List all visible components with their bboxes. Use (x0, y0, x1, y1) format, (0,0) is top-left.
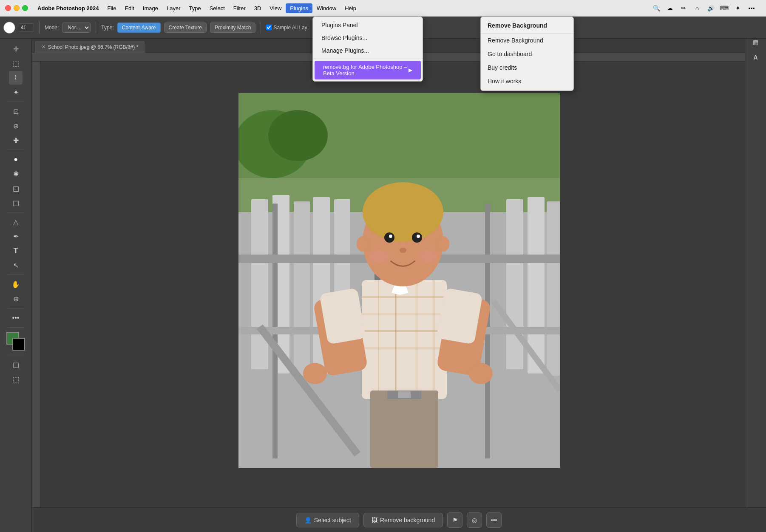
left-toolbar: ✛ ⬚ ⌇ ✦ ⊡ ⊕ ✚ ● ✱ ◱ ◫ △ ✒ T ↖ ✋ ⊕ ••• ◫ … (0, 39, 32, 532)
manage-plugins-item[interactable]: Manage Plugins... (313, 44, 423, 57)
svg-point-46 (469, 363, 493, 384)
svg-point-40 (437, 236, 449, 252)
menu-3d[interactable]: 3D (250, 3, 266, 13)
sample-all-label[interactable]: Sample All Lay (266, 25, 307, 31)
svg-point-33 (412, 232, 422, 243)
text-tool[interactable]: T (9, 244, 23, 258)
lasso-tool[interactable]: ⌇ (9, 71, 23, 85)
submenu-go-dashboard[interactable]: Go to dashboard (481, 47, 573, 61)
remove-bg-label: Remove background (380, 517, 435, 524)
background-color[interactable] (12, 338, 25, 351)
remove-background-btn[interactable]: 🖼 Remove background (363, 513, 443, 527)
brush-tool[interactable]: ● (9, 153, 23, 166)
more-icon: ••• (491, 517, 497, 524)
browse-plugins-item[interactable]: Browse Plugins... (313, 31, 423, 44)
svg-rect-6 (294, 201, 310, 376)
content-aware-btn[interactable]: Content-Aware (117, 23, 161, 33)
menu-view[interactable]: View (265, 3, 286, 13)
svg-point-37 (369, 250, 388, 263)
removebg-submenu: Remove Background Remove Background Go t… (480, 17, 574, 91)
magic-wand-tool[interactable]: ✦ (9, 85, 23, 99)
svg-point-35 (417, 235, 420, 238)
speaker-icon[interactable]: 🔊 (706, 4, 715, 12)
color-swatches (6, 332, 25, 351)
right-panel: ⌂ ▦ A (745, 17, 766, 532)
cloud-icon[interactable]: ☁ (666, 4, 674, 12)
menu-edit[interactable]: Edit (120, 3, 138, 13)
menu-select[interactable]: Select (205, 3, 229, 13)
removebg-item[interactable]: remove.bg for Adobe Photoshop – Beta Ver… (315, 61, 421, 79)
quick-mask-icon[interactable]: ◫ (9, 358, 23, 371)
keyboard-icon[interactable]: ⌨ (720, 4, 729, 12)
menu-filter[interactable]: Filter (229, 3, 250, 13)
path-select-tool[interactable]: ↖ (9, 258, 23, 272)
document-tab[interactable]: ✕ School Photo.jpeg @ 66.7% (RGB/8#) * (35, 41, 145, 53)
brush-size-input[interactable]: 40 (19, 23, 34, 32)
submenu-remove-bg[interactable]: Remove Background (481, 34, 573, 47)
home-icon[interactable]: ⌂ (693, 4, 701, 12)
svg-point-31 (363, 182, 443, 242)
menu-plugins[interactable]: Plugins (286, 3, 312, 13)
toolbar-separator-2 (96, 22, 96, 34)
submenu-buy-credits[interactable]: Buy credits (481, 61, 573, 74)
flag-icon: ⚑ (452, 517, 458, 524)
tool-separator-1 (7, 102, 24, 102)
more-tools[interactable]: ••• (9, 311, 23, 325)
sample-all-checkbox[interactable] (266, 25, 272, 30)
right-type-icon[interactable]: A (749, 51, 763, 64)
traffic-lights (5, 5, 28, 11)
ruler-left (32, 62, 40, 507)
search-icon[interactable]: 🔍 (652, 4, 661, 12)
pen-tool[interactable]: ✒ (9, 229, 23, 243)
tab-label: School Photo.jpeg @ 66.7% (RGB/8#) * (48, 44, 138, 50)
menu-help[interactable]: Help (340, 3, 360, 13)
plugins-dropdown: Plugins Panel Browse Plugins... Manage P… (312, 17, 423, 82)
svg-point-36 (400, 248, 406, 253)
removebg-label: remove.bg for Adobe Photoshop – Beta Ver… (323, 64, 409, 76)
bluetooth-icon[interactable]: ✦ (734, 4, 742, 12)
zoom-tool[interactable]: ⊕ (9, 292, 23, 306)
photo-canvas (238, 93, 560, 468)
menu-file[interactable]: File (103, 3, 120, 13)
submenu-how-it-works[interactable]: How it works (481, 74, 573, 88)
svg-rect-4 (251, 199, 268, 369)
menu-window[interactable]: Window (312, 3, 340, 13)
minimize-button[interactable] (14, 5, 20, 11)
move-tool[interactable]: ✛ (9, 42, 23, 56)
create-texture-btn[interactable]: Create Texture (164, 23, 207, 33)
brush-preview[interactable] (3, 22, 15, 34)
maximize-button[interactable] (22, 5, 28, 11)
clone-tool[interactable]: ✱ (9, 167, 23, 181)
bottom-more-btn[interactable]: ••• (486, 512, 502, 528)
mode-select[interactable]: Nor... (62, 23, 91, 33)
hand-tool[interactable]: ✋ (9, 277, 23, 291)
tool-separator-3 (7, 212, 24, 212)
eyedropper-tool[interactable]: ⊕ (9, 119, 23, 133)
menu-image[interactable]: Image (139, 3, 162, 13)
menu-layer[interactable]: Layer (162, 3, 185, 13)
proximity-match-btn[interactable]: Proximity Match (210, 23, 255, 33)
tab-close-icon[interactable]: ✕ (42, 44, 45, 50)
tool-separator-5 (7, 308, 24, 308)
gradient-tool[interactable]: ◫ (9, 196, 23, 209)
crop-tool[interactable]: ⊡ (9, 105, 23, 118)
edit-icon[interactable]: ✏ (679, 4, 688, 12)
selection-tool[interactable]: ⬚ (9, 57, 23, 70)
plugins-panel-item[interactable]: Plugins Panel (313, 19, 423, 31)
heal-tool[interactable]: ✚ (9, 133, 23, 147)
svg-rect-11 (547, 201, 560, 376)
bottom-mask-btn[interactable]: ◎ (467, 512, 482, 528)
toolbar-separator-3 (261, 22, 261, 34)
bottom-flag-btn[interactable]: ⚑ (447, 512, 462, 528)
type-label: Type: (101, 25, 113, 31)
menu-photoshop[interactable]: Adobe Photoshop 2024 (33, 3, 103, 13)
tool-separator-7 (7, 355, 24, 355)
svg-rect-9 (506, 199, 523, 369)
svg-point-45 (303, 363, 327, 384)
select-subject-btn[interactable]: 👤 Select subject (296, 513, 359, 527)
close-button[interactable] (5, 5, 11, 11)
eraser-tool[interactable]: ◱ (9, 181, 23, 195)
dodge-tool[interactable]: △ (9, 215, 23, 229)
menu-type[interactable]: Type (185, 3, 205, 13)
screen-mode-icon[interactable]: ⬚ (9, 372, 23, 386)
